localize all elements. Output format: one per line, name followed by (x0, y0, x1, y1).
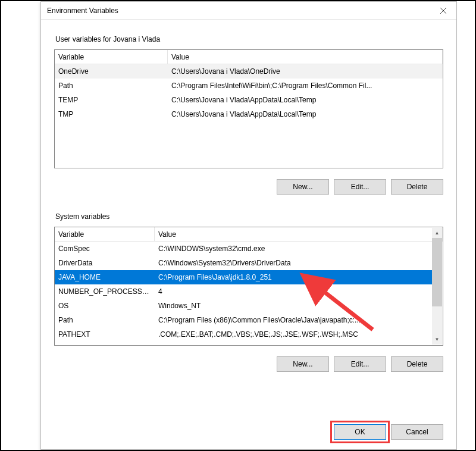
row-value: Windows_NT (155, 302, 433, 310)
system-new-button[interactable]: New... (277, 356, 329, 372)
table-row[interactable]: PROCESSOR_ARCHITECTUAMD64 (55, 342, 433, 345)
user-delete-button[interactable]: Delete (391, 179, 443, 195)
row-variable: TMP (55, 110, 168, 118)
row-variable: ComSpec (55, 245, 155, 253)
user-variables-table[interactable]: Variable Value OneDriveC:\Users\Jovana i… (54, 49, 443, 168)
user-variables-label: User variables for Jovana i Vlada (55, 35, 443, 43)
row-value: AMD64 (155, 344, 433, 345)
system-variables-table[interactable]: Variable Value ComSpecC:\WINDOWS\system3… (54, 227, 443, 346)
row-variable: Path (55, 316, 155, 324)
user-header-variable[interactable]: Variable (55, 50, 168, 64)
table-row[interactable]: OSWindows_NT (55, 299, 433, 313)
user-variables-group: User variables for Jovana i Vlada Variab… (54, 28, 443, 195)
table-row[interactable]: OneDriveC:\Users\Jovana i Vlada\OneDrive (55, 64, 443, 79)
system-table-body: ComSpecC:\WINDOWS\system32\cmd.exeDriver… (55, 242, 433, 345)
table-row[interactable]: DriverDataC:\Windows\System32\Drivers\Dr… (55, 256, 433, 270)
dialog-content: User variables for Jovana i Vlada Variab… (41, 20, 456, 417)
environment-variables-dialog: Environment Variables User variables for… (40, 1, 457, 450)
table-row[interactable]: PathC:\Program Files (x86)\Common Files\… (55, 313, 433, 327)
cancel-button[interactable]: Cancel (391, 424, 443, 440)
row-value: C:\Program Files (x86)\Common Files\Orac… (155, 316, 433, 324)
row-value: C:\Users\Jovana i Vlada\AppData\Local\Te… (168, 96, 443, 104)
row-value: C:\Windows\System32\Drivers\DriverData (155, 259, 433, 267)
user-button-row: New... Edit... Delete (54, 179, 443, 195)
system-edit-button[interactable]: Edit... (334, 356, 386, 372)
row-value: C:\WINDOWS\system32\cmd.exe (155, 245, 433, 253)
row-variable: DriverData (55, 259, 155, 267)
user-new-button[interactable]: New... (277, 179, 329, 195)
table-row[interactable]: ComSpecC:\WINDOWS\system32\cmd.exe (55, 242, 433, 256)
system-variables-group: System variables Variable Value ComSpecC… (54, 205, 443, 372)
system-table-header[interactable]: Variable Value (55, 227, 443, 242)
table-row-selected[interactable]: JAVA_HOMEC:\Program Files\Java\jdk1.8.0_… (55, 270, 433, 284)
row-variable: OneDrive (55, 67, 168, 76)
system-header-value[interactable]: Value (155, 227, 443, 241)
table-row[interactable]: NUMBER_OF_PROCESSORS4 (55, 284, 433, 299)
row-variable: JAVA_HOME (55, 273, 155, 281)
user-edit-button[interactable]: Edit... (334, 179, 386, 195)
table-row[interactable]: TEMPC:\Users\Jovana i Vlada\AppData\Loca… (55, 93, 443, 107)
footer-buttons: OK Cancel (41, 417, 456, 449)
system-delete-button[interactable]: Delete (391, 356, 443, 372)
system-variables-label: System variables (55, 212, 443, 221)
scroll-thumb[interactable] (432, 238, 442, 306)
row-value: C:\Program Files\Intel\WiFi\bin\;C:\Prog… (168, 82, 443, 90)
scroll-down-icon[interactable]: ▼ (432, 334, 442, 344)
user-header-value[interactable]: Value (168, 50, 443, 64)
row-variable: Path (55, 82, 168, 90)
row-value: C:\Program Files\Java\jdk1.8.0_251 (155, 273, 433, 281)
row-value: C:\Users\Jovana i Vlada\OneDrive (168, 67, 443, 76)
row-variable: NUMBER_OF_PROCESSORS (55, 287, 155, 296)
table-row[interactable]: PathC:\Program Files\Intel\WiFi\bin\;C:\… (55, 79, 443, 93)
row-variable: PATHEXT (55, 330, 155, 339)
dialog-title: Environment Variables (47, 7, 118, 15)
user-table-header[interactable]: Variable Value (55, 50, 443, 64)
scroll-up-icon[interactable]: ▲ (432, 228, 442, 238)
table-row[interactable]: TMPC:\Users\Jovana i Vlada\AppData\Local… (55, 107, 443, 121)
table-row[interactable]: PATHEXT.COM;.EXE;.BAT;.CMD;.VBS;.VBE;.JS… (55, 327, 433, 342)
row-value: C:\Users\Jovana i Vlada\AppData\Local\Te… (168, 110, 443, 118)
titlebar: Environment Variables (41, 2, 456, 20)
close-icon (440, 8, 446, 14)
user-table-body: OneDriveC:\Users\Jovana i Vlada\OneDrive… (55, 64, 443, 168)
row-variable: OS (55, 302, 155, 310)
system-header-variable[interactable]: Variable (55, 227, 155, 241)
ok-button[interactable]: OK (334, 424, 386, 440)
system-scrollbar[interactable]: ▲ ▼ (432, 228, 442, 344)
row-variable: TEMP (55, 96, 168, 104)
row-value: .COM;.EXE;.BAT;.CMD;.VBS;.VBE;.JS;.JSE;.… (155, 330, 433, 339)
row-variable: PROCESSOR_ARCHITECTU (55, 344, 155, 345)
system-button-row: New... Edit... Delete (54, 356, 443, 372)
row-value: 4 (155, 287, 433, 296)
close-button[interactable] (430, 2, 456, 19)
